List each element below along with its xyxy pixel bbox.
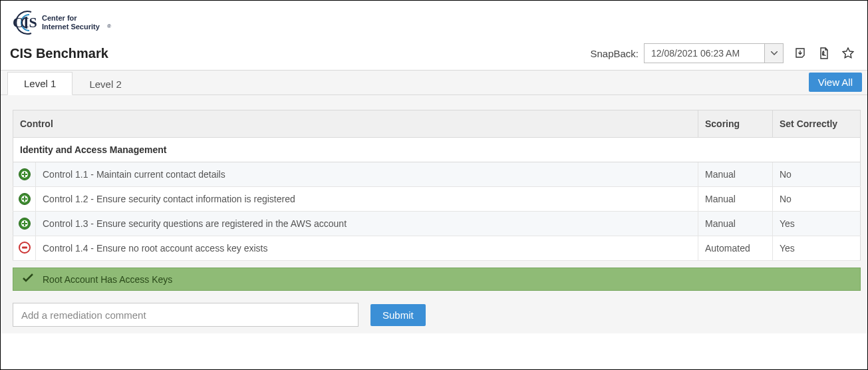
table-row[interactable]: Control 1.3 - Ensure security questions … <box>13 212 861 236</box>
logo-main: CIS <box>13 14 37 31</box>
set-value: No <box>773 162 861 187</box>
section-heading: Identity and Access Management <box>13 138 861 162</box>
check-icon <box>23 274 33 285</box>
chevron-down-icon[interactable] <box>764 44 783 63</box>
snapback-select[interactable]: 12/08/2021 06:23 AM <box>644 43 784 63</box>
table-row[interactable]: Control 1.1 - Maintain current contact d… <box>13 162 861 187</box>
star-icon[interactable] <box>841 46 855 61</box>
set-value: Yes <box>773 212 861 236</box>
table-row[interactable]: Control 1.2 - Ensure security contact in… <box>13 187 861 212</box>
section-heading-row: Identity and Access Management <box>13 138 861 162</box>
expand-icon[interactable] <box>19 193 31 205</box>
pdf-icon[interactable] <box>817 46 831 61</box>
col-header-set: Set Correctly <box>773 110 861 138</box>
tab-level-1[interactable]: Level 1 <box>7 72 72 95</box>
status-message: Root Account Has Access Keys <box>43 274 172 285</box>
expand-icon[interactable] <box>19 218 31 230</box>
status-bar: Root Account Has Access Keys <box>13 268 861 291</box>
control-label: Control 1.1 - Maintain current contact d… <box>36 162 698 187</box>
logo-sub1: Center for <box>42 14 77 22</box>
controls-table: Control Scoring Set Correctly Identity a… <box>13 110 861 261</box>
scoring-value: Manual <box>698 212 773 236</box>
logo-reg: ® <box>107 23 111 29</box>
view-all-button[interactable]: View All <box>809 73 862 92</box>
snapback-value: 12/08/2021 06:23 AM <box>645 48 746 59</box>
logo-sub2: Internet Security <box>42 23 100 31</box>
collapse-icon[interactable] <box>19 242 31 254</box>
expand-icon[interactable] <box>19 168 31 180</box>
logo: CIS Center for Internet Security ® <box>1 1 867 43</box>
control-label: Control 1.4 - Ensure no root account acc… <box>36 236 698 261</box>
tab-level-2[interactable]: Level 2 <box>72 73 138 95</box>
set-value: Yes <box>773 236 861 261</box>
set-value: No <box>773 187 861 212</box>
control-label: Control 1.2 - Ensure security contact in… <box>36 187 698 212</box>
tabs: Level 1 Level 2 View All <box>1 70 867 95</box>
table-row[interactable]: Control 1.4 - Ensure no root account acc… <box>13 236 861 261</box>
submit-button[interactable]: Submit <box>370 304 426 326</box>
page-title: CIS Benchmark <box>10 46 108 61</box>
snapback-label: SnapBack: <box>590 48 639 59</box>
col-header-control: Control <box>13 110 698 138</box>
col-header-scoring: Scoring <box>698 110 773 138</box>
download-icon[interactable] <box>793 46 807 61</box>
control-label: Control 1.3 - Ensure security questions … <box>36 212 698 236</box>
remediation-input[interactable] <box>13 303 359 327</box>
scoring-value: Manual <box>698 162 773 187</box>
scoring-value: Automated <box>698 236 773 261</box>
scoring-value: Manual <box>698 187 773 212</box>
